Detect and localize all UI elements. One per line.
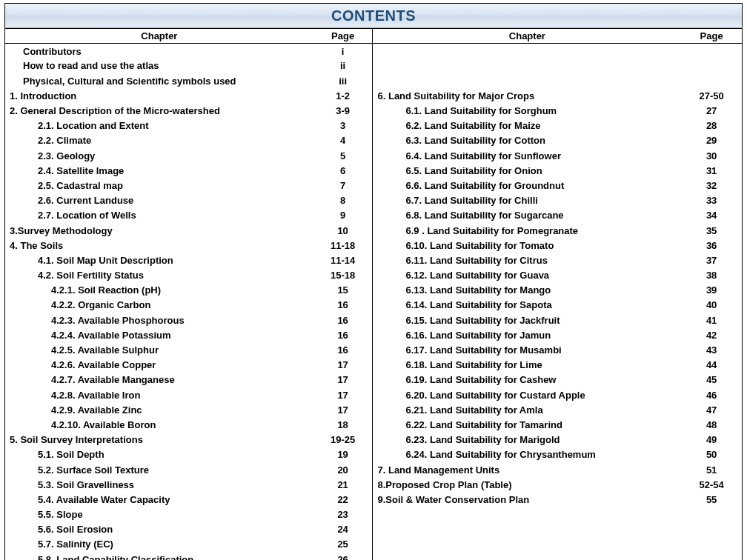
- table-row: 5. Soil Survey Interpretations19-256.23.…: [5, 433, 743, 447]
- toc-page: 17: [313, 387, 373, 402]
- toc-page: 49: [681, 433, 742, 447]
- toc-page: 26: [313, 552, 373, 560]
- header-chapter-right: Chapter: [373, 29, 681, 44]
- toc-entry: 5.8. Land Capability Classification: [5, 552, 313, 560]
- toc-entry: [373, 73, 681, 88]
- toc-entry: 6.7. Land Suitability for Chilli: [373, 193, 681, 208]
- toc-page: 17: [313, 402, 373, 417]
- table-row: 2.5. Cadastral map76.6. Land Suitability…: [5, 178, 743, 193]
- toc-page: 4: [313, 133, 373, 148]
- toc-page: 19-25: [313, 433, 373, 447]
- table-row: 5.4. Available Water Capacity229.Soil & …: [5, 492, 743, 507]
- toc-page: [681, 44, 742, 59]
- table-row: 4.2.2. Organic Carbon166.14. Land Suitab…: [5, 298, 743, 313]
- toc-page: 33: [681, 193, 742, 208]
- toc-entry: 2.5. Cadastral map: [5, 178, 313, 193]
- table-row: 4. The Soils11-186.10. Land Suitability …: [5, 238, 743, 253]
- table-row: 5.5. Slope23: [5, 507, 743, 522]
- toc-page: 17: [313, 358, 373, 373]
- header-page-right: Page: [681, 29, 742, 44]
- toc-entry: 4.2.1. Soil Reaction (pH): [5, 283, 313, 298]
- toc-page: 1-2: [313, 88, 373, 103]
- toc-page: 47: [681, 402, 742, 417]
- table-row: How to read and use the atlasii: [5, 59, 743, 73]
- toc-page: 46: [681, 387, 742, 402]
- toc-page: 37: [681, 253, 742, 267]
- toc-page: 25: [313, 537, 373, 552]
- toc-page: [681, 73, 742, 88]
- toc-page: 31: [681, 163, 742, 178]
- toc-entry: [373, 44, 681, 59]
- toc-entry: 6.3. Land Suitability for Cotton: [373, 133, 681, 148]
- toc-page: 16: [313, 313, 373, 327]
- toc-page: 39: [681, 283, 742, 298]
- toc-page: 27-50: [681, 88, 742, 103]
- contents-page: CONTENTS Chapter Page Chapter Page Contr…: [0, 0, 747, 560]
- toc-entry: 6.23. Land Suitability for Marigold: [373, 433, 681, 447]
- toc-page: 7: [313, 178, 373, 193]
- toc-page: 48: [681, 417, 742, 432]
- toc-entry: 6.12. Land Suitability for Guava: [373, 268, 681, 283]
- contents-table: Chapter Page Chapter Page ContributorsiH…: [4, 28, 743, 560]
- toc-page: 34: [681, 208, 742, 223]
- toc-entry: 4.2.5. Available Sulphur: [5, 342, 313, 357]
- toc-page: 20: [313, 462, 373, 477]
- toc-entry: 6.20. Land Suitability for Custard Apple: [373, 387, 681, 402]
- toc-entry: 2.7. Location of Wells: [5, 208, 313, 223]
- toc-page: 35: [681, 223, 742, 238]
- table-row: 4.2.10. Available Boron186.22. Land Suit…: [5, 417, 743, 432]
- toc-entry: How to read and use the atlas: [5, 59, 313, 73]
- toc-entry: 4.2.10. Available Boron: [5, 417, 313, 432]
- toc-page: 55: [681, 492, 742, 507]
- toc-entry: 5.2. Surface Soil Texture: [5, 462, 313, 477]
- table-row: Contributorsi: [5, 44, 743, 59]
- toc-page: 45: [681, 373, 742, 387]
- toc-page: 8: [313, 193, 373, 208]
- toc-entry: [373, 537, 681, 552]
- toc-page: 38: [681, 268, 742, 283]
- table-row: 5.2. Surface Soil Texture207. Land Manag…: [5, 462, 743, 477]
- table-row: 4.2. Soil Fertility Status15-186.12. Lan…: [5, 268, 743, 283]
- toc-page: 11-18: [313, 238, 373, 253]
- toc-entry: 4.2.4. Available Potassium: [5, 327, 313, 342]
- toc-entry: 3.Survey Methodology: [5, 223, 313, 238]
- toc-entry: 8.Proposed Crop Plan (Table): [373, 477, 681, 492]
- toc-page: 41: [681, 313, 742, 327]
- table-header-row: Chapter Page Chapter Page: [5, 29, 743, 44]
- toc-entry: [373, 522, 681, 537]
- toc-entry: 1. Introduction: [5, 88, 313, 103]
- toc-entry: 5.7. Salinity (EC): [5, 537, 313, 552]
- toc-page: 52-54: [681, 477, 742, 492]
- table-row: 5.3. Soil Gravelliness218.Proposed Crop …: [5, 477, 743, 492]
- toc-entry: 2. General Description of the Micro-wate…: [5, 103, 313, 118]
- toc-entry: 6.4. Land Suitability for Sunflower: [373, 148, 681, 163]
- toc-page: 3: [313, 119, 373, 133]
- table-row: 4.2.4. Available Potassium166.16. Land S…: [5, 327, 743, 342]
- toc-entry: 4.2.9. Available Zinc: [5, 402, 313, 417]
- table-row: 5.6. Soil Erosion24: [5, 522, 743, 537]
- toc-page: iii: [313, 73, 373, 88]
- table-row: 2. General Description of the Micro-wate…: [5, 103, 743, 118]
- toc-entry: 6.21. Land Suitability for Amla: [373, 402, 681, 417]
- toc-entry: 6.18. Land Suitability for Lime: [373, 358, 681, 373]
- table-row: 2.6. Current Landuse86.7. Land Suitabili…: [5, 193, 743, 208]
- toc-entry: 6.16. Land Suitability for Jamun: [373, 327, 681, 342]
- toc-entry: 6.19. Land Suitability for Cashew: [373, 373, 681, 387]
- toc-entry: 6.9 . Land Suitability for Pomegranate: [373, 223, 681, 238]
- toc-entry: 6. Land Suitability for Major Crops: [373, 88, 681, 103]
- toc-entry: 5. Soil Survey Interpretations: [5, 433, 313, 447]
- toc-entry: 4.2. Soil Fertility Status: [5, 268, 313, 283]
- toc-entry: 6.11. Land Suitability for Citrus: [373, 253, 681, 267]
- toc-entry: 4.2.8. Available Iron: [5, 387, 313, 402]
- toc-entry: 9.Soil & Water Conservation Plan: [373, 492, 681, 507]
- toc-entry: 4.1. Soil Map Unit Description: [5, 253, 313, 267]
- table-row: 5.8. Land Capability Classification26: [5, 552, 743, 560]
- toc-page: 3-9: [313, 103, 373, 118]
- toc-page: 40: [681, 298, 742, 313]
- toc-entry: 5.1. Soil Depth: [5, 447, 313, 462]
- toc-page: 22: [313, 492, 373, 507]
- toc-page: [681, 522, 742, 537]
- toc-entry: 4.2.3. Available Phosphorous: [5, 313, 313, 327]
- toc-entry: 6.1. Land Suitability for Sorghum: [373, 103, 681, 118]
- toc-entry: 2.2. Climate: [5, 133, 313, 148]
